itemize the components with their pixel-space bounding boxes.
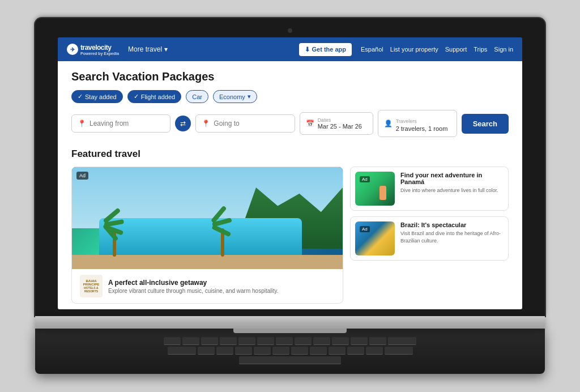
key	[310, 347, 327, 355]
key	[385, 347, 413, 355]
featured-main-ad-badge: Ad	[76, 172, 88, 180]
key	[369, 337, 386, 345]
brazil-ad-badge: Ad	[360, 226, 370, 232]
leaving-from-input[interactable]	[89, 120, 164, 127]
key	[201, 337, 218, 345]
key	[276, 337, 293, 345]
logo-text: travelocity	[80, 44, 119, 52]
location-icon: 📍	[202, 120, 210, 127]
featured-main-caption: BAHIA PRINCIPE HOTELS & RESORTS A perfec…	[72, 269, 343, 303]
check-icon: ✓	[78, 93, 83, 100]
panama-title: Find your next adventure in Panamá	[400, 172, 504, 185]
logo-sub: Powered by Expedia	[80, 52, 119, 56]
going-to-input[interactable]	[214, 120, 288, 127]
key	[388, 337, 416, 345]
brazil-card-text: Brazil: It's spectacular Visit Brazil an…	[400, 221, 504, 244]
key	[220, 337, 237, 345]
nav-list-property[interactable]: List your property	[390, 46, 438, 53]
brazil-image: Ad	[355, 221, 395, 255]
dates-label: Dates	[318, 117, 362, 123]
featured-brazil-card[interactable]: Ad Brazil: It's spectacular Visit Brazil…	[350, 216, 509, 261]
filter-economy[interactable]: Economy ▾	[213, 90, 257, 103]
nav-espanol[interactable]: Español	[361, 46, 383, 53]
nav-sign-in[interactable]: Sign in	[494, 46, 513, 53]
key	[198, 347, 215, 355]
key	[235, 347, 252, 355]
more-travel-label: More travel	[128, 45, 162, 53]
key	[238, 337, 255, 345]
key	[164, 337, 181, 345]
travelers-value: 2 travelers, 1 room	[396, 125, 448, 132]
key	[351, 337, 368, 345]
camera	[288, 28, 292, 33]
logo-icon: ✈	[67, 44, 78, 55]
filter-flight[interactable]: ✓ Flight added	[127, 90, 182, 103]
key	[182, 337, 199, 345]
featured-main-image: Ad	[72, 167, 343, 269]
featured-title: Featured travel	[71, 148, 509, 160]
key	[366, 347, 383, 355]
chevron-down-icon: ▾	[248, 93, 251, 100]
key	[168, 347, 196, 355]
page-title: Search Vacation Packages	[71, 70, 509, 83]
bahia-logo: BAHIA PRINCIPE HOTELS & RESORTS	[80, 275, 103, 297]
people-icon: 👤	[384, 120, 393, 127]
key	[332, 337, 349, 345]
featured-panama-card[interactable]: Ad Find your next adventure in Panamá Di…	[350, 167, 509, 211]
screen-bezel: ✈ travelocity Powered by Expedia More tr…	[35, 18, 545, 316]
featured-grid: Ad BAHIA PRINCIPE HOTELS & RESORTS A per…	[71, 167, 509, 304]
key	[347, 347, 364, 355]
panama-desc: Dive into where adventure lives in full …	[400, 187, 504, 194]
travelers-label: Travelers	[396, 118, 417, 124]
panama-card-text: Find your next adventure in Panamá Dive …	[400, 172, 504, 194]
featured-side: Ad Find your next adventure in Panamá Di…	[350, 167, 509, 304]
laptop-wrapper: ✈ travelocity Powered by Expedia More tr…	[35, 18, 545, 374]
key	[291, 347, 308, 355]
going-to-group[interactable]: 📍	[195, 114, 295, 133]
featured-main-card[interactable]: Ad BAHIA PRINCIPE HOTELS & RESORTS A per…	[71, 167, 343, 304]
featured-main-text: A perfect all-inclusive getaway Explore …	[108, 279, 279, 294]
leaving-from-group[interactable]: 📍	[71, 114, 170, 133]
keyboard-rows	[46, 337, 534, 366]
laptop-base	[35, 316, 545, 329]
swap-button[interactable]: ⇄	[175, 116, 191, 131]
nav-trips[interactable]: Trips	[474, 46, 487, 53]
panama-ad-badge: Ad	[360, 176, 370, 182]
key	[329, 347, 346, 355]
featured-main-heading: A perfect all-inclusive getaway	[108, 279, 279, 287]
logo[interactable]: ✈ travelocity Powered by Expedia	[67, 44, 119, 56]
get-app-button[interactable]: ⬇ Get the app	[299, 43, 352, 56]
filter-stay[interactable]: ✓ Stay added	[71, 90, 123, 103]
nav-links: Español List your property Support Trips…	[361, 46, 513, 53]
key	[272, 347, 289, 355]
brazil-title: Brazil: It's spectacular	[400, 221, 504, 228]
filter-car[interactable]: Car	[186, 90, 208, 103]
search-row: 📍 ⇄ 📍 📅 Dates Mar 25 - Mar 26	[71, 110, 509, 137]
calendar-icon: 📅	[306, 120, 314, 127]
more-travel-menu[interactable]: More travel ▾	[128, 45, 168, 53]
laptop-keyboard	[35, 329, 545, 374]
panama-image: Ad	[355, 172, 395, 206]
check-icon: ✓	[134, 93, 139, 100]
key	[216, 347, 233, 355]
key	[257, 337, 274, 345]
download-icon: ⬇	[305, 46, 310, 53]
laptop-screen: ✈ travelocity Powered by Expedia More tr…	[58, 37, 522, 309]
nav-support[interactable]: Support	[445, 46, 467, 53]
filter-tabs: ✓ Stay added ✓ Flight added Car Economy …	[71, 90, 509, 103]
key	[295, 337, 312, 345]
location-icon: 📍	[78, 120, 86, 127]
search-button[interactable]: Search	[462, 114, 509, 134]
navbar: ✈ travelocity Powered by Expedia More tr…	[58, 37, 522, 61]
featured-main-desc: Explore vibrant culture through music, c…	[108, 288, 279, 294]
dates-value: Mar 25 - Mar 26	[318, 123, 362, 130]
key	[254, 347, 271, 355]
main-content: Search Vacation Packages ✓ Stay added ✓ …	[58, 61, 522, 309]
dates-group[interactable]: 📅 Dates Mar 25 - Mar 26	[300, 112, 373, 135]
key	[313, 337, 330, 345]
chevron-down-icon: ▾	[164, 45, 168, 53]
travelers-group[interactable]: 👤 Travelers 2 travelers, 1 room	[378, 110, 457, 137]
brazil-desc: Visit Brazil and dive into the heritage …	[400, 230, 504, 244]
spacebar	[239, 356, 341, 364]
